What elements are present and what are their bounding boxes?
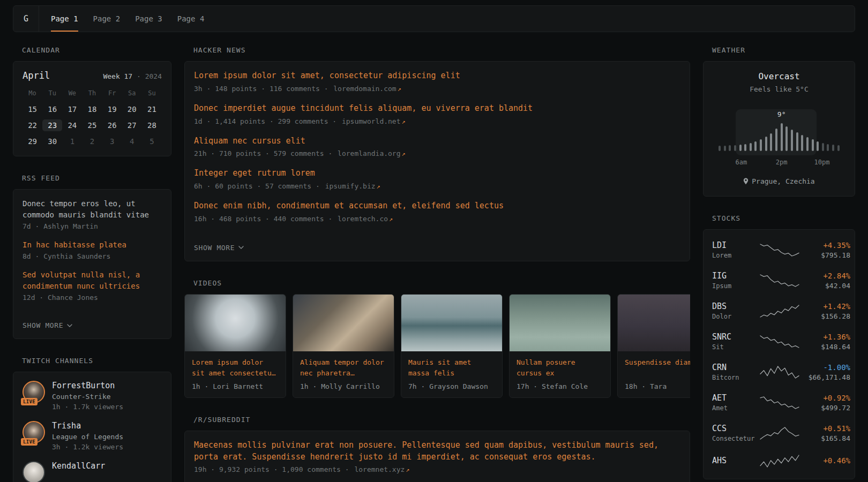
video-title[interactable]: Lorem ipsum dolor sit amet consectetu…: [192, 357, 279, 379]
subreddit-section-title: /R/SUBREDDIT: [193, 416, 690, 424]
stock-identity: DBS Dolor: [712, 302, 759, 320]
channel-name[interactable]: KendallCarr: [52, 461, 105, 471]
video-thumbnail[interactable]: [185, 295, 286, 351]
video-card[interactable]: Suspendisse diam 18h · Tara: [617, 294, 690, 398]
stock-change: +1.42%: [800, 302, 850, 311]
video-card[interactable]: Mauris sit amet massa felis 7h · Grayson…: [401, 294, 503, 398]
rss-item-title[interactable]: Donec tempor eros leo, ut commodo mauris…: [23, 198, 162, 221]
stock-row[interactable]: CCS Consectetur +0.51% $165.84: [712, 418, 846, 448]
stock-row[interactable]: CRN Bitcorn -1.00% $66,171.48: [712, 357, 846, 387]
video-card[interactable]: Aliquam tempor dolor nec pharetra… 1h · …: [293, 294, 394, 398]
page-tab-label: Page 3: [135, 14, 162, 23]
weather-bar: [837, 145, 840, 151]
weather-bar: [744, 144, 746, 151]
dashboard-columns: CALENDAR April Week 17 · 2024 MoTuWeThFr…: [0, 46, 868, 482]
hackernews-item-title[interactable]: Aliquam nec cursus elit: [194, 135, 680, 147]
stock-price: $156.28: [800, 312, 850, 320]
video-title[interactable]: Suspendisse diam: [625, 357, 690, 379]
rss-section: RSS FEED Donec tempor eros leo, ut commo…: [13, 174, 171, 339]
calendar-day: 23: [42, 119, 62, 131]
video-thumbnail[interactable]: [401, 295, 502, 351]
hackernews-item-title[interactable]: Donec imperdiet augue tincidunt felis al…: [194, 103, 680, 115]
video-card[interactable]: Nullam posuere cursus ex 17h · Stefan Co…: [509, 294, 611, 398]
subreddit-item: Maecenas mollis pulvinar erat non posuer…: [194, 440, 680, 474]
weather-bar: [724, 146, 726, 151]
source-link[interactable]: loremlandia.org↗: [338, 149, 406, 157]
twitch-channel-row[interactable]: LIVE Trisha League of Legends 3h · 1.2k …: [23, 421, 162, 451]
stock-symbol: AET: [712, 393, 759, 403]
twitch-section-title: TWITCH CHANNELS: [22, 357, 171, 365]
stocks-card: LDI Lorem +4.35% $795.18 IIG Ips: [703, 229, 855, 479]
stock-row[interactable]: AHS +0.46%: [712, 448, 846, 474]
video-thumbnail[interactable]: [293, 295, 394, 351]
calendar-day-of-week: Sa: [122, 89, 142, 97]
page-tab[interactable]: Page 4: [177, 6, 205, 32]
stock-values: -1.00% $66,171.48: [800, 363, 850, 381]
video-title[interactable]: Mauris sit amet massa felis: [408, 357, 495, 379]
rss-item-title[interactable]: In hac habitasse platea: [23, 239, 162, 251]
weather-bar: [796, 132, 798, 151]
weather-bar: [801, 135, 803, 151]
rss-show-more-button[interactable]: SHOW MORE: [23, 321, 72, 329]
source-link[interactable]: loremdomain.com↗: [333, 85, 401, 93]
source-link[interactable]: loremtech.co↗: [338, 215, 393, 223]
twitch-channel-row[interactable]: LIVE KendallCarr: [23, 461, 162, 482]
calendar-day-of-week: We: [62, 89, 82, 97]
weather-bar: [822, 143, 824, 151]
video-card-body: Aliquam tempor dolor nec pharetra… 1h · …: [293, 351, 394, 397]
calendar-day: 15: [23, 103, 42, 115]
source-link[interactable]: ipsumify.biz↗: [325, 182, 380, 190]
channel-name[interactable]: ForrestBurton: [52, 381, 123, 390]
video-card[interactable]: Lorem ipsum dolor sit amet consectetu… 1…: [184, 294, 286, 398]
stock-name: Dolor: [712, 313, 759, 320]
weather-bar: [719, 146, 721, 151]
twitch-channel-row[interactable]: LIVE ForrestBurton Counter-Strike 1h · 1…: [23, 381, 162, 411]
stock-row[interactable]: SNRC Sit +1.36% $148.64: [712, 326, 846, 357]
video-title[interactable]: Nullam posuere cursus ex: [517, 357, 603, 379]
stock-row[interactable]: AET Amet +0.92% $499.72: [712, 387, 846, 418]
hackernews-item-title[interactable]: Integer eget rutrum lorem: [194, 168, 680, 179]
page-tab[interactable]: Page 3: [135, 6, 162, 32]
item-meta-text: 21h · 710 points · 579 comments ·: [194, 149, 332, 157]
video-title[interactable]: Aliquam tempor dolor nec pharetra…: [300, 357, 387, 379]
rss-item-title[interactable]: Sed volutpat nulla nisl, a condimentum n…: [23, 269, 162, 292]
calendar-day: 20: [122, 103, 142, 115]
weather-bar: [827, 144, 829, 151]
channel-name[interactable]: Trisha: [52, 421, 123, 431]
channel-meta: 3h · 1.2k viewers: [52, 443, 123, 451]
stock-row[interactable]: IIG Ipsum +2.84% $42.04: [712, 265, 846, 296]
video-thumbnail[interactable]: [618, 295, 690, 351]
stock-symbol: CCS: [712, 424, 759, 433]
chevron-down-icon: [238, 246, 244, 249]
page-tab[interactable]: Page 1: [51, 6, 78, 32]
hackernews-item-title[interactable]: Donec enim nibh, condimentum et accumsan…: [194, 200, 680, 212]
calendar-day: 17: [62, 103, 82, 115]
subreddit-item-title[interactable]: Maecenas mollis pulvinar erat non posuer…: [194, 440, 680, 463]
stock-row[interactable]: DBS Dolor +1.42% $156.28: [712, 296, 846, 326]
hackernews-item-meta: 1d · 1,414 points · 299 comments · ipsum…: [194, 117, 680, 125]
stock-identity: CCS Consectetur: [712, 424, 759, 442]
source-domain: loremlandia.org: [338, 149, 400, 157]
video-card-body: Suspendisse diam 18h · Tara: [618, 351, 690, 397]
external-link-icon: ↗: [377, 183, 380, 190]
hackernews-show-more-button[interactable]: SHOW MORE: [194, 244, 244, 252]
stock-price: $499.72: [800, 404, 850, 412]
hackernews-item-title[interactable]: Lorem ipsum dolor sit amet, consectetur …: [194, 70, 680, 82]
calendar-day: 24: [62, 119, 82, 131]
stock-row[interactable]: LDI Lorem +4.35% $795.18: [712, 235, 846, 265]
calendar-section: CALENDAR April Week 17 · 2024 MoTuWeThFr…: [13, 46, 171, 156]
avatar: [23, 461, 45, 482]
calendar-day-of-week: Fr: [102, 89, 122, 97]
weather-section-title: WEATHER: [712, 46, 855, 54]
calendar-month: April: [23, 70, 50, 81]
weather-location-text: Prague, Czechia: [752, 177, 814, 185]
source-link[interactable]: loremnet.xyz↗: [354, 465, 409, 473]
calendar-day: 3: [102, 135, 122, 147]
subreddit-card: Maecenas mollis pulvinar erat non posuer…: [184, 431, 690, 482]
video-thumbnail[interactable]: [510, 295, 610, 351]
video-card-body: Nullam posuere cursus ex 17h · Stefan Co…: [510, 351, 610, 397]
page-tab[interactable]: Page 2: [93, 6, 121, 32]
source-link[interactable]: ipsumworld.net↗: [342, 117, 406, 125]
time-label: 2pm: [776, 159, 788, 166]
calendar-day-of-week: Mo: [23, 89, 42, 97]
